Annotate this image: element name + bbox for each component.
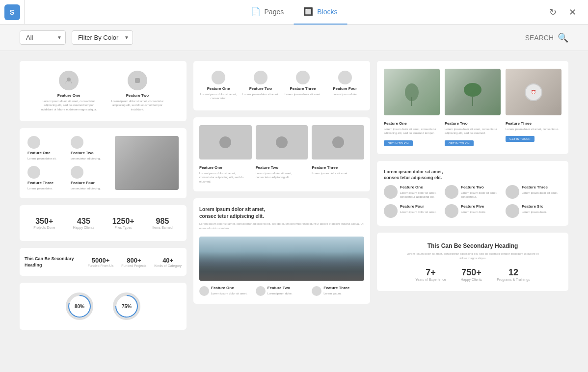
main-content: Feature One Lorem ipsum dolor sit amet, … xyxy=(0,51,588,371)
feature-item: Feature One Lorem ipsum dolor sit amet, … xyxy=(199,71,238,101)
feature-item: Feature Four Lorem ipsum dolor. xyxy=(326,71,364,101)
block-3images-feature-cta[interactable]: ⏰ Feature One Lorem ipsum dolor sit amet… xyxy=(377,61,568,154)
feature-item: Feature Six Lorem ipsum dolor. xyxy=(506,204,561,218)
tab-pages-label: Pages xyxy=(265,8,284,16)
logo-area: S xyxy=(0,0,25,24)
feature-item: Feature Three Lorem ipsum dolor sit amet… xyxy=(312,165,364,184)
feature-item: Feature Three Lorem ipsum dolor sit amet… xyxy=(284,71,322,101)
search-icon[interactable]: 🔍 xyxy=(558,32,568,43)
feature-item: Feature Four Lorem ipsum dolor sit amet. xyxy=(384,204,440,218)
mid-column: Feature One Lorem ipsum dolor sit amet, … xyxy=(193,61,370,361)
cta-button-1[interactable]: GET IN TOUCH xyxy=(384,140,413,146)
stat-item: 1250+ Files Types xyxy=(112,217,134,229)
nav-tabs: 📄 Pages 🔲 Blocks xyxy=(241,0,347,25)
stat-item: 5000+ Funded From Us xyxy=(88,257,114,267)
svg-point-4 xyxy=(464,83,481,97)
cta-button-3[interactable]: GET IN TOUCH xyxy=(506,136,535,142)
stat-item: 12 Programs & Trainings xyxy=(497,267,530,281)
tab-blocks-label: Blocks xyxy=(317,8,337,16)
stats-row: 350+ Projects Done 435 Happy Clients 125… xyxy=(25,213,182,233)
stat-item: 435 Happy Clients xyxy=(73,217,95,229)
stat-item: 350+ Projects Done xyxy=(33,217,55,229)
feature-item: Feature Two Lorem ipsum dolor sit amet, … xyxy=(256,165,308,184)
block-progress[interactable]: 80% 75% xyxy=(20,283,187,330)
right-column: ⏰ Feature One Lorem ipsum dolor sit amet… xyxy=(377,61,568,361)
blocks-icon: 🔲 xyxy=(303,7,313,16)
stat-item: 40+ Kinds of Category xyxy=(154,257,182,267)
block-feature-4col[interactable]: Feature One Lorem ipsum dolor sit amet, … xyxy=(193,61,370,110)
search-area: 🔍 xyxy=(455,32,568,43)
filter-color-wrapper: Filter By Color Light Dark Colorful ▼ xyxy=(72,30,133,45)
feature-item: Feature Five Lorem ipsum dolor. xyxy=(445,204,501,218)
refresh-button[interactable]: ↻ xyxy=(545,4,561,20)
search-input[interactable] xyxy=(455,34,554,42)
feature-item: Feature One Lorem ipsum dolor sit amet. xyxy=(199,286,252,296)
feature-title: Feature One xyxy=(39,93,98,98)
feature-item: Feature One Lorem ipsum dolor sit amet, … xyxy=(384,185,440,199)
filter-all-select[interactable]: All Hero Features Stats Gallery CTA xyxy=(20,30,66,45)
svg-rect-5 xyxy=(472,96,473,106)
stat-item: 750+ Happy Clients xyxy=(461,267,482,281)
toolbar: All Hero Features Stats Gallery CTA ▼ Fi… xyxy=(0,25,588,51)
header-actions: ↻ ✕ xyxy=(545,4,580,20)
feature-item: Feature Two Lorem ipsum dolor sit amet, … xyxy=(445,121,501,146)
pages-icon: 📄 xyxy=(251,7,261,16)
header: S 📄 Pages 🔲 Blocks ↻ ✕ xyxy=(0,0,588,25)
app-logo: S xyxy=(4,4,20,20)
stat-item: 800+ Funded Projects xyxy=(121,257,146,267)
feature-item: Feature Two Lorem ipsum dolor sit amet. xyxy=(241,71,280,101)
block-stats-4[interactable]: 350+ Projects Done 435 Happy Clients 125… xyxy=(20,205,187,241)
feature-item: Feature One Lorem ipsum dolor sit amet, … xyxy=(384,121,440,146)
block-secondary-heading-stats[interactable]: This Can Be Secondary Heading 5000+ Fund… xyxy=(20,248,187,276)
feature-item: Feature Three Lorem ipsum dolor sit amet… xyxy=(506,185,561,199)
stat-item: 985 Items Earned xyxy=(152,217,173,229)
feature-item: Feature One Lorem ipsum dolor sit amet, … xyxy=(199,165,252,184)
left-column: Feature One Lorem ipsum dolor sit amet, … xyxy=(20,61,187,361)
filter-color-select[interactable]: Filter By Color Light Dark Colorful xyxy=(72,30,133,45)
block-feature-2col[interactable]: Feature One Lorem ipsum dolor sit amet, … xyxy=(20,61,187,121)
block-city-feature[interactable]: Lorem ipsum dolor sit amet,consec tetur … xyxy=(193,198,370,304)
block-6features[interactable]: Lorem ipsum dolor sit amet,consec tetur … xyxy=(377,161,568,226)
feature-item: Feature Three Lorem ipsum. xyxy=(312,286,364,296)
feature-item: Feature Two Lorem ipsum dolor. xyxy=(256,286,308,296)
block-feature-3images[interactable]: Feature One Lorem ipsum dolor sit amet, … xyxy=(193,117,370,191)
block-secondary-stats[interactable]: This Can Be Secondary Heading Lorem ipsu… xyxy=(377,233,568,291)
tab-blocks[interactable]: 🔲 Blocks xyxy=(294,0,347,25)
tab-pages[interactable]: 📄 Pages xyxy=(241,0,294,25)
svg-rect-1 xyxy=(135,78,140,83)
cta-button-2[interactable]: GET IN TOUCH xyxy=(445,140,474,146)
feature-desc: Lorem ipsum dolor sit amet, consectetur … xyxy=(39,99,98,111)
feature-title: Feature Two xyxy=(108,93,167,98)
block-feature-2x2-image[interactable]: Feature One Lorem ipsum dolor sit. Featu… xyxy=(20,128,187,198)
stat-item: 7+ Years of Experience xyxy=(415,267,446,281)
svg-rect-3 xyxy=(411,97,412,106)
feature-item: Feature Three Lorem ipsum dolor sit amet… xyxy=(506,121,561,146)
feature-desc: Lorem ipsum dolor sit amet, consectetur … xyxy=(108,99,167,111)
feature-item: Feature Two Lorem ipsum dolor sit amet, … xyxy=(445,185,501,199)
close-button[interactable]: ✕ xyxy=(564,4,580,20)
filter-all-wrapper: All Hero Features Stats Gallery CTA ▼ xyxy=(20,30,66,45)
